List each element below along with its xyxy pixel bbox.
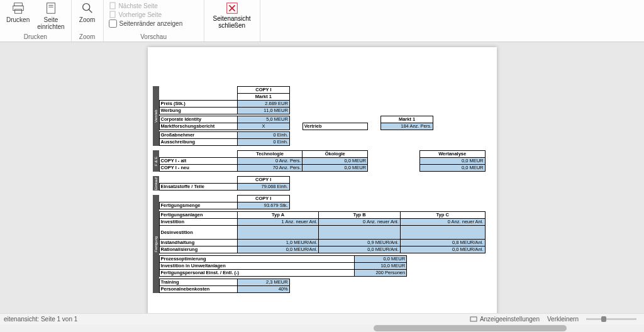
group-title-print: Drucken (3, 33, 69, 41)
prev-page-icon (109, 11, 116, 18)
next-page-button: Nächste Seite (106, 1, 201, 10)
show-margins-checkbox[interactable]: Seitenränder anzeigen (106, 19, 201, 28)
section-fe: F & E TechnologieÖkologieWertanalyse COP… (159, 150, 486, 172)
next-page-icon (109, 2, 116, 9)
group-title-zoom: Zoom (74, 33, 101, 41)
page-setup-button[interactable]: Seite einrichten (33, 0, 68, 31)
svg-rect-0 (14, 3, 22, 6)
close-icon (225, 1, 239, 15)
svg-line-7 (88, 9, 92, 13)
ribbon-group-close: Seitenansicht schließen (204, 0, 260, 42)
page-preview: Vertrieb COPY I Markt 1 Preis (Stk.)2.68… (148, 47, 497, 313)
tab-vertrieb: Vertrieb (153, 86, 159, 146)
svg-rect-3 (47, 3, 55, 14)
section-fertigung: Fertigung COPY I Fertigungsmenge93.679 S… (159, 195, 486, 293)
close-preview-button[interactable]: Seitenansicht schließen (207, 0, 257, 30)
ribbon-group-zoom: Zoom Zoom (72, 0, 104, 42)
svg-rect-13 (470, 317, 477, 321)
ribbon-group-print: Drucken Seite einrichten Drucken (0, 0, 72, 42)
status-page-info: eitenansicht: Seite 1 von 1 (4, 316, 77, 323)
tab-einkauf: Einkauf (153, 176, 159, 191)
prev-page-button: Vorherige Seite (106, 10, 201, 19)
magnifier-icon (80, 1, 94, 15)
ribbon: Drucken Seite einrichten Drucken Zoom Zo… (0, 0, 644, 42)
page-setup-icon (44, 1, 58, 15)
page-setup-label: Seite einrichten (37, 16, 64, 30)
print-button[interactable]: Drucken (3, 0, 33, 25)
svg-rect-2 (14, 9, 21, 13)
preview-workspace: Vertrieb COPY I Markt 1 Preis (Stk.)2.68… (0, 42, 644, 313)
zoom-out-button[interactable]: Verkleinern (547, 316, 579, 323)
margins-checkbox[interactable] (109, 19, 117, 28)
zoom-label: Zoom (79, 16, 96, 23)
zoom-slider[interactable] (586, 318, 636, 320)
svg-rect-8 (110, 3, 115, 9)
display-settings-button[interactable]: Anzeigeeinstellungen (470, 316, 540, 323)
section-vertrieb: Vertrieb COPY I Markt 1 Preis (Stk.)2.68… (159, 86, 486, 146)
section-einkauf: Einkauf COPY I Einsatzstoffe / Teile79.0… (159, 176, 486, 191)
zoom-button[interactable]: Zoom (74, 0, 101, 25)
ribbon-group-preview: Nächste Seite Vorherige Seite Seitenränd… (104, 0, 204, 42)
zoom-thumb[interactable] (601, 316, 606, 322)
display-icon (470, 316, 477, 323)
print-label: Drucken (6, 16, 30, 23)
status-bar: eitenansicht: Seite 1 von 1 Anzeigeeinst… (0, 313, 644, 324)
tab-fertigung: Fertigung (153, 195, 159, 293)
tab-fe: F & E (153, 150, 159, 172)
horizontal-scrollbar[interactable] (0, 324, 644, 332)
printer-icon (11, 1, 25, 15)
svg-rect-9 (110, 11, 115, 18)
hscroll-thumb[interactable] (374, 325, 567, 331)
group-title-preview: Vorschau (106, 33, 201, 41)
